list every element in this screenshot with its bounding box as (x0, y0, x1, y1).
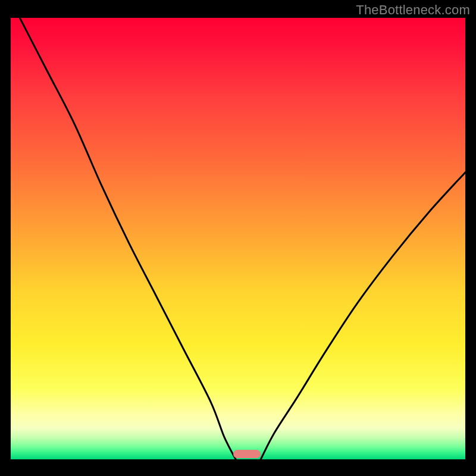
right-curve (261, 173, 465, 459)
bottleneck-marker (233, 450, 261, 458)
chart-frame: TheBottleneck.com (0, 0, 476, 476)
left-curve (20, 18, 236, 459)
plot-area (11, 18, 465, 459)
watermark-text: TheBottleneck.com (356, 2, 470, 18)
curves-svg (11, 18, 465, 459)
